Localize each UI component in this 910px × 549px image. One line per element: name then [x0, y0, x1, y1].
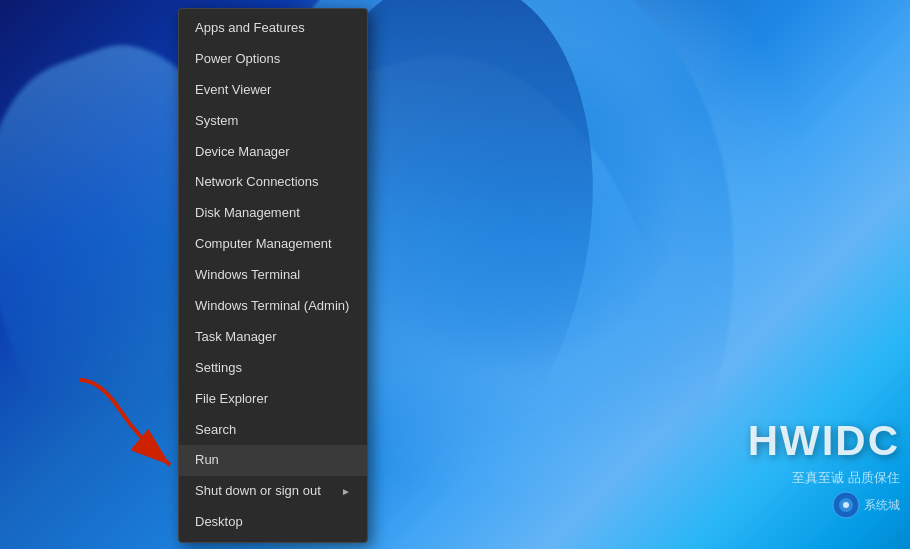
- menu-item-desktop[interactable]: Desktop: [179, 507, 367, 538]
- menu-item-power-options[interactable]: Power Options: [179, 44, 367, 75]
- logo-icon: [832, 491, 860, 519]
- watermark-subtitle: 至真至诚 品质保住: [748, 469, 900, 487]
- watermark-area: HWIDC 至真至诚 品质保住 系统城: [748, 417, 900, 519]
- context-menu: Apps and Features Power Options Event Vi…: [178, 8, 368, 543]
- menu-item-system[interactable]: System: [179, 106, 367, 137]
- menu-item-shutdown[interactable]: Shut down or sign out ►: [179, 476, 367, 507]
- submenu-arrow-icon: ►: [341, 485, 351, 498]
- menu-item-network-connections[interactable]: Network Connections: [179, 167, 367, 198]
- menu-item-settings[interactable]: Settings: [179, 353, 367, 384]
- watermark-url: 系统城: [864, 497, 900, 514]
- arrow-pointer: [60, 370, 190, 484]
- menu-item-run[interactable]: Run: [179, 445, 367, 476]
- menu-item-device-manager[interactable]: Device Manager: [179, 137, 367, 168]
- menu-item-disk-management[interactable]: Disk Management: [179, 198, 367, 229]
- menu-item-windows-terminal[interactable]: Windows Terminal: [179, 260, 367, 291]
- menu-item-file-explorer[interactable]: File Explorer: [179, 384, 367, 415]
- menu-item-search[interactable]: Search: [179, 415, 367, 446]
- menu-item-computer-management[interactable]: Computer Management: [179, 229, 367, 260]
- menu-item-apps-features[interactable]: Apps and Features: [179, 13, 367, 44]
- menu-item-event-viewer[interactable]: Event Viewer: [179, 75, 367, 106]
- watermark-title: HWIDC: [748, 417, 900, 465]
- menu-item-task-manager[interactable]: Task Manager: [179, 322, 367, 353]
- menu-item-windows-terminal-admin[interactable]: Windows Terminal (Admin): [179, 291, 367, 322]
- svg-point-3: [843, 502, 849, 508]
- watermark-logo-area: 系统城: [748, 491, 900, 519]
